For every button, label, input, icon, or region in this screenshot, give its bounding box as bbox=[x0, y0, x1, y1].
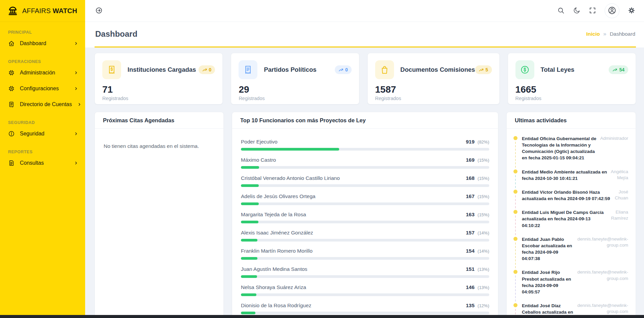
top10-progress-fill bbox=[241, 184, 259, 187]
sidebar-item-dashboard[interactable]: Dashboard bbox=[0, 35, 85, 51]
trending-up-icon bbox=[612, 67, 617, 72]
stat-card-documentos-comisiones: Documentos Comisiones51587Registrados bbox=[367, 53, 500, 104]
dark-mode-toggle-button[interactable] bbox=[573, 7, 580, 15]
stat-card-total-leyes: Total Leyes541665Registrados bbox=[508, 53, 636, 104]
top10-row-value: 135 bbox=[466, 303, 474, 309]
top10-row: Juan Agustín Medina Santos151(13%) bbox=[241, 266, 489, 278]
page-title: Dashboard bbox=[95, 29, 137, 39]
alert-circle-icon bbox=[8, 130, 15, 137]
top10-panel: Top 10 Funcionarios con más Proyectos de… bbox=[232, 112, 498, 318]
sidebar-toggle-button[interactable] bbox=[95, 7, 103, 15]
sidebar-item-label: Consultas bbox=[20, 160, 69, 166]
activity-dot-icon bbox=[513, 210, 517, 214]
stat-card-badge-value: 0 bbox=[209, 67, 212, 72]
breadcrumb: Inicio » Dashboard bbox=[586, 31, 635, 37]
sidebar-item-administracion[interactable]: Administración bbox=[0, 65, 85, 81]
top10-progress-fill bbox=[241, 257, 257, 260]
appointments-panel-title: Próximas Citas Agendadas bbox=[95, 112, 223, 129]
top10-row-percent: (82%) bbox=[477, 139, 489, 145]
sidebar-item-directorio-de-cuentas[interactable]: Directorio de Cuentas bbox=[0, 96, 85, 112]
top10-row-name: Dionisio de la Rosa Rodríguez bbox=[241, 303, 466, 309]
search-button[interactable] bbox=[557, 7, 565, 15]
top10-row: Máximo Castro169(15%) bbox=[241, 157, 489, 169]
top10-row-value: 169 bbox=[466, 157, 474, 163]
top10-row-percent: (15%) bbox=[477, 212, 489, 217]
stat-card-title: Partidos Políticos bbox=[264, 66, 335, 73]
activity-dot-icon bbox=[513, 136, 517, 140]
activity-user: Administrador bbox=[600, 135, 628, 161]
top10-row-name: Cristóbal Venerado Antonio Castillo Liri… bbox=[241, 175, 466, 181]
stat-card-sublabel: Registrados bbox=[375, 96, 492, 101]
stat-cards-row: Instituciones Cargadas071RegistradosPart… bbox=[95, 53, 636, 104]
top10-row-name: Franklin Martín Romero Morillo bbox=[241, 248, 466, 254]
appointments-panel: Próximas Citas Agendadas No tienen citas… bbox=[95, 112, 224, 318]
top10-row-name: Margarita Tejeda de la Rosa bbox=[241, 212, 466, 218]
brand-logo[interactable]: AFFAIRS WATCH bbox=[0, 0, 85, 22]
chevron-right-icon bbox=[74, 70, 78, 75]
stat-card-value: 1587 bbox=[375, 84, 492, 95]
top10-progress-fill bbox=[241, 275, 257, 278]
gear-icon bbox=[628, 7, 635, 15]
user-circle-icon bbox=[608, 6, 616, 16]
top10-row-percent: (14%) bbox=[477, 230, 489, 235]
activity-connector-line bbox=[515, 195, 516, 208]
sidebar-item-consultas[interactable]: Consultas bbox=[0, 155, 85, 171]
activity-text: Entidad José Rijo Presbot actualizada en… bbox=[522, 269, 574, 295]
chevron-right-icon bbox=[74, 131, 78, 136]
top10-progress-track bbox=[241, 148, 489, 151]
page-header: Dashboard Inicio » Dashboard bbox=[85, 22, 644, 47]
top10-row-name: Alexis Isaac Jiménez González bbox=[241, 230, 466, 236]
receipt-dollar-icon bbox=[102, 60, 121, 79]
top10-progress-track bbox=[241, 166, 489, 169]
trending-up-icon bbox=[202, 67, 207, 72]
window-bottom-edge bbox=[0, 315, 644, 318]
top10-row-value: 163 bbox=[466, 212, 474, 218]
stat-card-badge-value: 5 bbox=[486, 67, 488, 72]
sidebar-item-label: Seguridad bbox=[20, 131, 69, 137]
top10-progress-track bbox=[241, 257, 489, 260]
title-accent-rule bbox=[95, 46, 636, 47]
activity-connector-line bbox=[515, 216, 516, 235]
activity-item: Entidad Medio Ambiente actualizada en fe… bbox=[513, 169, 628, 189]
activity-dot-icon bbox=[513, 237, 517, 241]
app-window: AFFAIRS WATCH PRINCIPALDashboardOPERACIO… bbox=[0, 0, 644, 318]
ledger-icon bbox=[8, 101, 15, 108]
chip-icon bbox=[8, 85, 15, 92]
top10-progress-fill bbox=[241, 166, 259, 169]
sidebar-item-seguridad[interactable]: Seguridad bbox=[0, 126, 85, 141]
user-menu-button[interactable] bbox=[605, 3, 619, 18]
sidebar-item-label: Configuraciones bbox=[20, 86, 69, 92]
top10-row-value: 146 bbox=[466, 284, 474, 290]
top10-row-value: 167 bbox=[466, 193, 474, 199]
settings-button[interactable] bbox=[628, 7, 635, 15]
activities-list: Entidad Oficina Gubernamental de Tecnolo… bbox=[507, 129, 636, 318]
sidebar-item-label: Administración bbox=[20, 70, 69, 76]
chevron-right-icon bbox=[74, 161, 78, 165]
stat-card-badge-value: 0 bbox=[345, 67, 348, 72]
activity-connector-line bbox=[515, 243, 516, 268]
top10-panel-title: Top 10 Funcionarios con más Proyectos de… bbox=[232, 112, 498, 129]
activity-user: Angélica Mejía bbox=[611, 169, 628, 182]
activity-text: Entidad Juan Pablo Escobar actualizada e… bbox=[522, 236, 574, 262]
fullscreen-toggle-button[interactable] bbox=[589, 7, 596, 15]
trending-up-icon bbox=[338, 67, 344, 72]
sidebar-item-configuraciones[interactable]: Configuraciones bbox=[0, 81, 85, 96]
stat-card-value: 29 bbox=[239, 84, 351, 95]
top10-progress-track bbox=[241, 239, 489, 242]
stat-card-badge-value: 54 bbox=[619, 67, 624, 72]
top10-row-percent: (15%) bbox=[477, 194, 489, 199]
activity-connector-line bbox=[515, 175, 516, 188]
activities-panel: Ultimas actividades Entidad Oficina Gube… bbox=[506, 112, 636, 318]
top10-progress-track bbox=[241, 221, 489, 223]
top10-row-value: 154 bbox=[466, 248, 474, 254]
activity-user: José Chuan bbox=[615, 189, 628, 202]
activities-panel-title: Ultimas actividades bbox=[507, 112, 636, 129]
activity-connector-line bbox=[515, 276, 516, 301]
top10-progress-track bbox=[241, 184, 489, 187]
breadcrumb-home-link[interactable]: Inicio bbox=[586, 31, 600, 37]
stat-card-title: Documentos Comisiones bbox=[400, 66, 475, 73]
stat-card-sublabel: Registrados bbox=[102, 96, 215, 101]
top10-row: Alexis Isaac Jiménez González157(14%) bbox=[241, 230, 489, 242]
moon-icon bbox=[573, 7, 580, 15]
top10-row-percent: (14%) bbox=[477, 249, 489, 254]
